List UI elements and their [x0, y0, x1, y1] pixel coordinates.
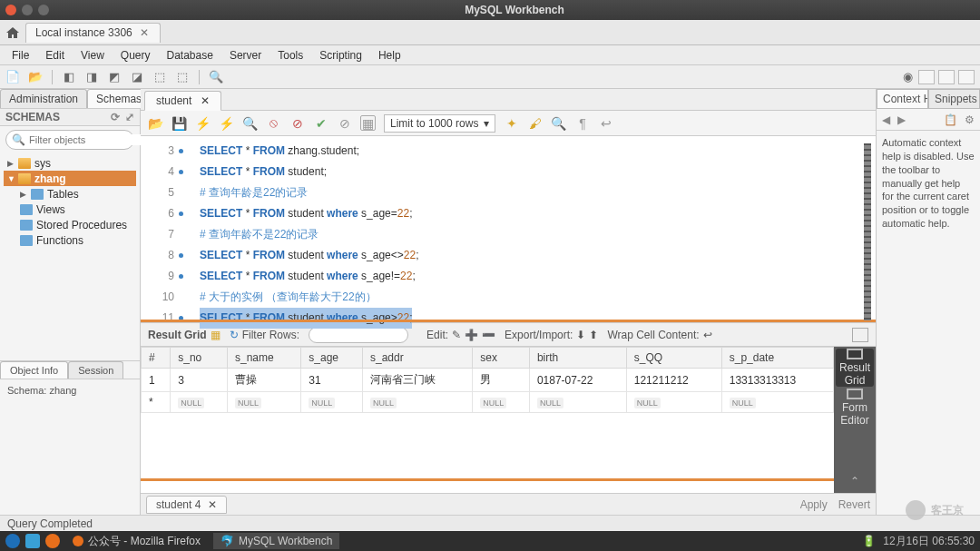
editor-tab-student[interactable]: student ✕	[144, 91, 221, 111]
add-row-icon[interactable]: ➕	[465, 329, 478, 341]
menu-query[interactable]: Query	[114, 47, 157, 64]
tab-session[interactable]: Session	[68, 361, 123, 379]
save-icon[interactable]: 💾	[172, 115, 187, 131]
schema-tree[interactable]: ▶sys ▼zhang ▶Tables Views Stored Procedu…	[0, 153, 140, 360]
taskbar: 公众号 - Mozilla Firefox 🐬MySQL Workbench 🔋…	[0, 531, 980, 551]
revert-button[interactable]: Revert	[838, 498, 870, 511]
toggle-output-icon[interactable]	[938, 70, 955, 84]
execute-cursor-icon[interactable]: ⚡	[219, 115, 234, 131]
invisible-icon[interactable]: ¶	[574, 115, 590, 131]
refresh-icon[interactable]: ↻	[230, 329, 239, 341]
tree-item-sys[interactable]: ▶sys	[4, 155, 136, 171]
tree-item-functions[interactable]: Functions	[4, 232, 136, 248]
open-sql-icon[interactable]: 📂	[28, 70, 43, 84]
taskbar-app-firefox[interactable]: 公众号 - Mozilla Firefox	[65, 533, 208, 549]
explain-icon[interactable]: 🔍	[242, 115, 258, 131]
close-icon[interactable]: ✕	[208, 498, 217, 511]
view-icon	[20, 204, 33, 215]
menu-file[interactable]: File	[5, 47, 35, 64]
inspector-icon[interactable]: ◨	[84, 70, 99, 84]
toggle-secondary-icon[interactable]	[958, 70, 975, 84]
tab-context-help[interactable]: Context Help	[877, 89, 928, 109]
kill-icon[interactable]: ⊘	[289, 115, 305, 131]
new-model-icon[interactable]: ◧	[62, 70, 76, 84]
beautify-icon[interactable]: ✦	[504, 115, 519, 131]
show-apps-icon[interactable]	[5, 534, 20, 548]
users-icon[interactable]: ◩	[107, 70, 122, 84]
menu-edit[interactable]: Edit	[39, 47, 71, 64]
menu-server[interactable]: Server	[223, 47, 268, 64]
window-maximize-icon[interactable]	[38, 5, 49, 15]
export-icon[interactable]: ⬇	[576, 329, 585, 341]
refresh-icon[interactable]: ⟳	[111, 111, 120, 123]
result-grid-button[interactable]: Result Grid	[836, 349, 874, 387]
filter-input[interactable]	[29, 134, 154, 145]
menu-database[interactable]: Database	[161, 47, 220, 64]
form-editor-button[interactable]: Form Editor	[836, 389, 874, 427]
wrap-icon[interactable]: ↩	[598, 115, 613, 131]
rollback-icon[interactable]: ⊘	[337, 115, 352, 131]
wrap-icon[interactable]: ↩	[703, 329, 712, 341]
tab-administration[interactable]: Administration	[0, 89, 87, 108]
execute-icon[interactable]: ⚡	[195, 115, 211, 131]
tree-item-tables[interactable]: ▶Tables	[4, 186, 136, 202]
toggle-panel-icon[interactable]	[852, 328, 868, 342]
battery-icon[interactable]: 🔋	[862, 535, 876, 547]
result-grid[interactable]: #s_nos_names_ages_addrsexbirths_QQs_p_da…	[141, 347, 834, 493]
tree-item-zhang[interactable]: ▼zhang	[4, 171, 136, 186]
minimap[interactable]	[864, 143, 871, 320]
window-close-icon[interactable]	[5, 5, 16, 15]
stop-icon[interactable]: ⦸	[266, 115, 281, 131]
auto-icon[interactable]: ⚙	[965, 113, 975, 126]
filter-rows-input[interactable]	[309, 327, 408, 343]
firefox-icon	[73, 536, 83, 546]
tree-item-views[interactable]: Views	[4, 202, 136, 217]
menu-tools[interactable]: Tools	[271, 47, 309, 64]
home-icon[interactable]	[5, 25, 20, 40]
status-icon[interactable]: ◪	[130, 70, 144, 84]
taskbar-app-workbench[interactable]: 🐬MySQL Workbench	[213, 533, 339, 549]
firefox-icon[interactable]	[45, 534, 60, 548]
open-icon[interactable]: 📂	[148, 115, 163, 131]
search-icon[interactable]: 🔍	[209, 70, 223, 84]
chevron-up-icon[interactable]: ⌃	[850, 475, 859, 487]
result-tab[interactable]: student 4✕	[146, 496, 227, 514]
clock[interactable]: 12月16日 06:55:30	[883, 534, 975, 549]
edit-icon[interactable]: ✎	[452, 329, 461, 341]
tab-snippets[interactable]: Snippets	[928, 89, 980, 109]
apply-button[interactable]: Apply	[800, 498, 828, 511]
files-icon[interactable]	[25, 534, 40, 548]
new-sql-tab-icon[interactable]: 📄	[5, 70, 20, 84]
menu-view[interactable]: View	[74, 47, 111, 64]
window-minimize-icon[interactable]	[22, 5, 33, 15]
find-icon[interactable]: 🔍	[551, 115, 566, 131]
import-icon[interactable]: ⬆	[589, 329, 598, 341]
connection-tab[interactable]: Local instance 3306 ✕	[25, 23, 161, 43]
titlebar: MySQL Workbench	[0, 0, 980, 20]
import-icon[interactable]: ⬚	[175, 70, 190, 84]
menu-help[interactable]: Help	[372, 47, 407, 64]
close-icon[interactable]: ✕	[201, 94, 210, 107]
expand-icon[interactable]: ⤢	[125, 111, 134, 123]
delete-row-icon[interactable]: ➖	[482, 329, 495, 341]
copy-icon[interactable]: 📋	[944, 113, 957, 126]
dashboard-icon[interactable]: ◉	[900, 70, 915, 84]
close-icon[interactable]: ✕	[140, 26, 151, 39]
connection-tab-label: Local instance 3306	[35, 26, 132, 39]
procedure-icon	[20, 220, 33, 231]
back-icon[interactable]: ◀	[882, 113, 890, 126]
brush-icon[interactable]: 🖌	[527, 115, 543, 131]
sql-editor[interactable]: 3 4 5 6 7 8 9 10 11 SELECT * FROM zhang.…	[141, 136, 876, 322]
menu-scripting[interactable]: Scripting	[313, 47, 368, 64]
limit-select[interactable]: Limit to 1000 rows▾	[384, 114, 495, 133]
toggle-sidebar-icon[interactable]	[918, 70, 935, 84]
tab-object-info[interactable]: Object Info	[0, 361, 68, 379]
commit-icon[interactable]: ✔	[313, 115, 328, 131]
autocommit-icon[interactable]: ▦	[360, 115, 376, 131]
result-side-panel: Result Grid Form Editor ⌃	[834, 347, 876, 493]
forward-icon[interactable]: ▶	[897, 113, 906, 126]
tree-item-procedures[interactable]: Stored Procedures	[4, 217, 136, 232]
table-row[interactable]: 13曹操31河南省三门峡男0187-07-2212121121213313313…	[142, 369, 834, 392]
export-icon[interactable]: ⬚	[152, 70, 167, 84]
schemas-filter[interactable]: 🔍	[5, 130, 134, 150]
